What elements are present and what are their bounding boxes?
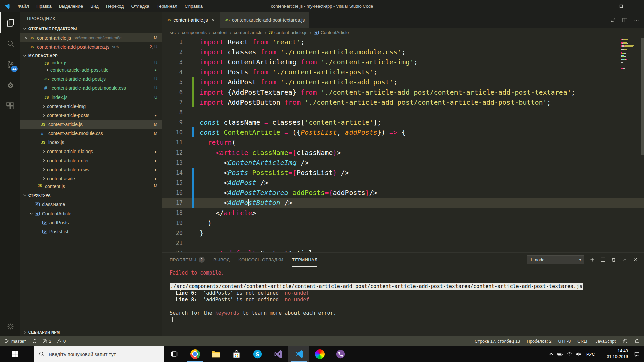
- taskbar-app-color-app[interactable]: [309, 346, 330, 362]
- breadcrumb-item[interactable]: content: [213, 30, 228, 35]
- tree-item-file[interactable]: JScontent-article.jsM: [20, 120, 162, 129]
- taskbar-app-ms-store[interactable]: [226, 346, 247, 362]
- menu-item-selection[interactable]: Выделение: [55, 0, 87, 12]
- workspace-header[interactable]: MY-REACT-APP: [20, 51, 162, 60]
- tray-expand-icon[interactable]: [547, 346, 555, 362]
- taskbar-app-chrome[interactable]: [184, 346, 205, 362]
- tree-item-folder[interactable]: content-article-img: [20, 102, 162, 111]
- breadcrumb-item[interactable]: ContentArticle: [314, 30, 349, 35]
- editor-tab[interactable]: JS content-article.js: [162, 12, 220, 28]
- menu-item-file[interactable]: Файл: [14, 0, 33, 12]
- activity-extensions-icon[interactable]: [0, 96, 20, 116]
- code-line[interactable]: 20}: [162, 228, 644, 238]
- taskbar-app-viber[interactable]: [330, 346, 351, 362]
- taskbar-app-skype[interactable]: S: [247, 346, 268, 362]
- maximize-panel-icon[interactable]: [622, 257, 627, 262]
- panel-tab-problems[interactable]: ПРОБЛЕМЫ2: [170, 253, 205, 267]
- tree-item-folder[interactable]: content-article-add-post-title●: [20, 65, 162, 74]
- close-panel-icon[interactable]: [633, 257, 638, 262]
- code-line[interactable]: 16 <AddPostTextarea addPosts={addPosts}/…: [162, 188, 644, 198]
- tree-item-file[interactable]: #content-article-add-post.module.cssU: [20, 83, 162, 93]
- close-icon[interactable]: [22, 36, 30, 40]
- taskbar-app-file-explorer[interactable]: [205, 346, 226, 362]
- status-language-mode[interactable]: JavaScript: [595, 339, 616, 344]
- tree-item-file[interactable]: JSindex.jsU: [20, 93, 162, 102]
- editor-tab[interactable]: JS content-article-add-post-textarea.js: [220, 12, 310, 28]
- code-line[interactable]: 15 <AddPost />: [162, 178, 644, 188]
- npm-scripts-header[interactable]: СЦЕНАРИИ NPM: [20, 328, 162, 336]
- close-button[interactable]: [629, 0, 644, 12]
- start-button[interactable]: [0, 346, 30, 362]
- code-line[interactable]: 3import ContentArticleImg from './conten…: [162, 57, 644, 67]
- code-line[interactable]: 8: [162, 107, 644, 117]
- task-view-button[interactable]: [164, 346, 184, 362]
- code-line[interactable]: 5import AddPost from './content-article-…: [162, 77, 644, 87]
- status-encoding[interactable]: UTF-8: [558, 339, 571, 344]
- code-line[interactable]: 10const ContentArticle = ({PostsList, ad…: [162, 127, 644, 137]
- close-icon[interactable]: [211, 18, 215, 22]
- search-input[interactable]: [49, 351, 149, 357]
- tree-item-folder[interactable]: content-article-news●: [20, 165, 162, 174]
- code-line[interactable]: 9const className = classes['content-arti…: [162, 117, 644, 127]
- tree-item-file[interactable]: JScontent-article-add-post.jsU: [20, 74, 162, 83]
- menu-item-terminal[interactable]: Терминал: [153, 0, 181, 12]
- battery-icon[interactable]: [555, 346, 565, 362]
- activity-explorer-icon[interactable]: [0, 12, 20, 33]
- tree-item-folder[interactable]: content-aside●: [20, 174, 162, 183]
- status-warnings[interactable]: 0: [57, 339, 66, 344]
- code-line[interactable]: 4import Posts from './content-article-po…: [162, 67, 644, 77]
- tree-item-file[interactable]: #content-article.module.cssM: [20, 129, 162, 138]
- maximize-button[interactable]: [613, 0, 629, 12]
- activity-debug-icon[interactable]: [0, 75, 20, 96]
- action-center-icon[interactable]: [629, 346, 644, 362]
- status-errors[interactable]: 2: [42, 339, 51, 344]
- split-editor-icon[interactable]: [622, 17, 628, 23]
- code-line[interactable]: 14 <Posts PostsList={PostsList} />: [162, 168, 644, 178]
- status-notifications[interactable]: [634, 339, 639, 344]
- outline-item[interactable]: addPosts: [20, 218, 162, 227]
- activity-search-icon[interactable]: [0, 33, 20, 54]
- minimize-button[interactable]: [598, 0, 613, 12]
- volume-icon[interactable]: [574, 346, 583, 362]
- tree-item-folder[interactable]: content-article-posts●: [20, 111, 162, 120]
- status-git-branch[interactable]: master*: [5, 339, 26, 344]
- tree-item-file[interactable]: JSindex.js: [20, 138, 162, 147]
- more-actions-icon[interactable]: [634, 17, 639, 23]
- code-editor[interactable]: 1import React from 'react';2import class…: [162, 37, 644, 252]
- menu-item-help[interactable]: Справка: [181, 0, 206, 12]
- open-changes-icon[interactable]: [610, 17, 616, 23]
- panel-tab-terminal[interactable]: ТЕРМИНАЛ: [292, 253, 317, 267]
- tree-item-file[interactable]: JSindex.jsU: [20, 60, 162, 65]
- breadcrumb-item[interactable]: src: [170, 30, 176, 35]
- breadcrumb-item[interactable]: components: [182, 30, 207, 35]
- outline-item[interactable]: ContentArticle: [20, 209, 162, 218]
- code-line[interactable]: 12 <article className={className}>: [162, 147, 644, 158]
- language-indicator[interactable]: РУС: [583, 346, 598, 362]
- wifi-icon[interactable]: [565, 346, 574, 362]
- breadcrumb-item[interactable]: JScontent-article.js: [269, 30, 308, 35]
- menu-item-view[interactable]: Вид: [87, 0, 102, 12]
- terminal-select[interactable]: 1: node▾: [527, 255, 584, 264]
- status-cursor-position[interactable]: Строка 17, столбец 13: [475, 339, 520, 344]
- clock[interactable]: 14:43 31.10.2019: [598, 346, 629, 362]
- status-feedback[interactable]: [623, 339, 628, 344]
- tree-item-file[interactable]: JScontent.jsM: [20, 183, 162, 189]
- code-line[interactable]: 21: [162, 238, 644, 248]
- code-line[interactable]: 6import {AddPostTextarea} from './conten…: [162, 87, 644, 97]
- tree-item-folder[interactable]: content-article-enter●: [20, 156, 162, 165]
- code-line[interactable]: 1import React from 'react';: [162, 37, 644, 47]
- split-terminal-icon[interactable]: [600, 257, 606, 262]
- outline-item[interactable]: PostsList: [20, 227, 162, 236]
- open-editor-item[interactable]: JS content-article-add-post-textarea.js …: [20, 42, 162, 51]
- activity-source-control-icon[interactable]: 44: [0, 54, 20, 75]
- code-line[interactable]: 22export default ContentArticle;: [162, 248, 644, 252]
- menu-item-debug[interactable]: Отладка: [127, 0, 153, 12]
- new-terminal-icon[interactable]: [590, 257, 595, 262]
- breadcrumb-item[interactable]: content-article: [234, 30, 262, 35]
- status-eol[interactable]: CRLF: [577, 339, 589, 344]
- status-indentation[interactable]: Пробелов: 2: [527, 339, 551, 344]
- code-line[interactable]: 2import classes from './content-article.…: [162, 47, 644, 57]
- open-editor-item[interactable]: JS content-article.js src\components\con…: [20, 33, 162, 42]
- open-editors-header[interactable]: ОТКРЫТЫЕ РЕДАКТОРЫ: [20, 24, 162, 33]
- taskbar-app-vscode[interactable]: [288, 346, 309, 362]
